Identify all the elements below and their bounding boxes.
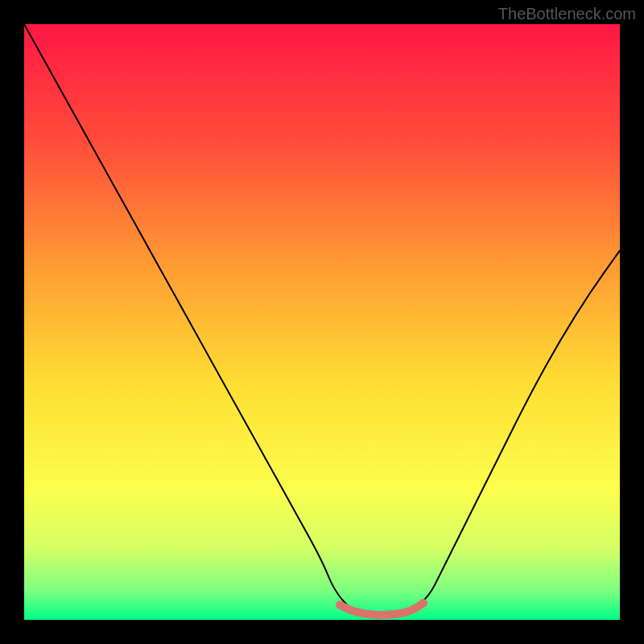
highlight-endpoint-right <box>419 599 427 607</box>
highlight-endpoint-left <box>336 601 344 609</box>
chart-plot-area <box>24 24 620 620</box>
bottleneck-chart <box>24 24 620 620</box>
gradient-background <box>24 24 620 620</box>
watermark-text: TheBottleneck.com <box>498 5 636 23</box>
